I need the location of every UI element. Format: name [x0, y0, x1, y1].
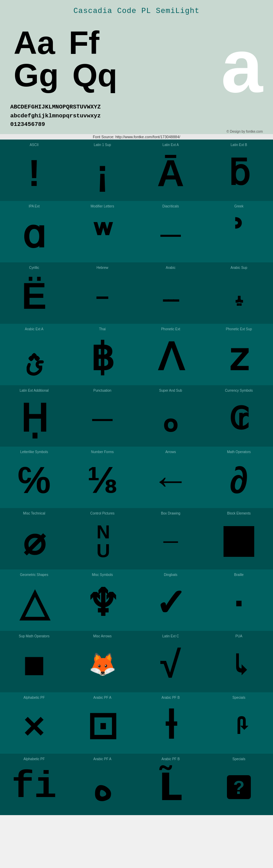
grid-section: ASCII ! Latin 1 Sup ¡ Latin Ext A Ā Lati…: [0, 140, 273, 815]
letter-pair-ff: Ff: [69, 27, 99, 59]
cell-arabicpfa-char: Arabic PF A ﻩ: [68, 754, 136, 815]
source-line: Font Source: http://www.fontke.com/font/…: [0, 134, 273, 140]
header-section: Cascadia Code PL SemiLight a Aa Ff Gg Qq…: [0, 0, 273, 134]
cell-miscarrows: Misc Arrows 🦊: [68, 631, 136, 692]
cell-latin1sup: Latin 1 Sup ¡: [68, 140, 136, 201]
cell-mathoperators: Math Operators ∂: [205, 447, 273, 508]
cell-phoneticextsup: Phonetic Ext Sup ᴢ: [205, 324, 273, 385]
cell-arabicpfb-ltilde: Arabic PF B L̃: [136, 754, 205, 815]
cell-letterlike: Letterlike Symbols ℅: [0, 447, 68, 508]
cell-ipaext: IPA Ext ɑ: [0, 201, 68, 262]
grid-row-3: Arabic Ext A ؿ Thai ฿ Phonetic Ext Ʌ Pho…: [0, 324, 273, 385]
cell-ascii: ASCII !: [0, 140, 68, 201]
cell-hebrew: Hebrew –: [68, 262, 136, 324]
cell-dingbats: Dingbats ✓: [136, 569, 205, 631]
grid-row-1: IPA Ext ɑ Modifier Letters ʷ Diacritical…: [0, 201, 273, 262]
cell-miscsymbols: Misc Symbols ♆: [68, 569, 136, 631]
cell-latinextc: Latin Ext C √: [136, 631, 205, 692]
cell-supmathoperators: Sup Math Operators ■: [0, 631, 68, 692]
cell-latinexta: Latin Ext A Ā: [136, 140, 205, 201]
cell-cyrillic: Cyrillic Ё: [0, 262, 68, 324]
cell-controlpictures: Control Pictures NU: [68, 508, 136, 569]
cell-thai: Thai ฿: [68, 324, 136, 385]
svg-text:?: ?: [233, 777, 245, 798]
credit-line: © Design by fontke.com: [7, 129, 266, 134]
cell-specials-question: Specials ?: [205, 754, 273, 815]
grid-row-8: Sup Math Operators ■ Misc Arrows 🦊 Latin…: [0, 631, 273, 692]
cell-misctechnical: Misc Technical ⌀: [0, 508, 68, 569]
grid-row-7: Geometric Shapes △ Misc Symbols ♆ Dingba…: [0, 569, 273, 631]
cell-braille: Braille ·: [205, 569, 273, 631]
cell-alphabeticpf-cross: Alphabetic PF ×: [0, 692, 68, 754]
cell-punctuation: Punctuation —: [68, 385, 136, 447]
grid-row-4: Latin Ext Additional Ḥ Punctuation — Sup…: [0, 385, 273, 447]
cell-diacriticals: Diacriticals —: [136, 201, 205, 262]
cell-phoneticext: Phonetic Ext Ʌ: [136, 324, 205, 385]
font-title: Cascadia Code PL SemiLight: [7, 3, 266, 18]
cell-arabicpfa-box: Arabic PF A ⊡: [68, 692, 136, 754]
grid-row-9: Alphabetic PF × Arabic PF A ⊡ Arabic PF …: [0, 692, 273, 754]
grid-row-2: Cyrillic Ё Hebrew – Arabic ـــ Arabic Su…: [0, 262, 273, 324]
cell-numberforms: Number Forms ⅛: [68, 447, 136, 508]
grid-row-0: ASCII ! Latin 1 Sup ¡ Latin Ext A Ā Lati…: [0, 140, 273, 201]
cell-latinextb: Latin Ext B ƃ: [205, 140, 273, 201]
cell-modletters: Modifier Letters ʷ: [68, 201, 136, 262]
cell-latinextadd: Latin Ext Additional Ḥ: [0, 385, 68, 447]
cell-blockelements: Block Elements: [205, 508, 273, 569]
grid-row-6: Misc Technical ⌀ Control Pictures NU Box…: [0, 508, 273, 569]
letter-pair-aa: Aa: [14, 27, 55, 59]
cell-boxdrawing: Box Drawing ─: [136, 508, 205, 569]
cell-arabicpfb-lira: Arabic PF B ƚ: [136, 692, 205, 754]
cell-alphabeticpf-fi: Alphabetic PF fi: [0, 754, 68, 815]
grid-row-10: Alphabetic PF fi Arabic PF A ﻩ Arabic PF…: [0, 754, 273, 815]
alphabet-upper: ABCDEFGHIJKLMNOPQRSTUVWXYZ abcdefghijklm…: [7, 100, 266, 129]
grid-row-5: Letterlike Symbols ℅ Number Forms ⅛ Arro…: [0, 447, 273, 508]
cell-arabicexta: Arabic Ext A ؿ: [0, 324, 68, 385]
cell-geometricshapes: Geometric Shapes △: [0, 569, 68, 631]
cell-pua: PUA: [205, 631, 273, 692]
cell-greek: Greek ʾ: [205, 201, 273, 262]
cell-currencysymbols: Currency Symbols ₢: [205, 385, 273, 447]
cell-arabic: Arabic ـــ: [136, 262, 205, 324]
cell-arabicsup: Arabic Sup ﯿ: [205, 262, 273, 324]
cell-superandsub: Super And Sub ₒ: [136, 385, 205, 447]
cell-arrows: Arrows ←: [136, 447, 205, 508]
letter-pair-qq: Qq: [72, 59, 117, 91]
cell-specials-arrow: Specials: [205, 692, 273, 754]
letter-pair-gg: Gg: [14, 59, 59, 91]
